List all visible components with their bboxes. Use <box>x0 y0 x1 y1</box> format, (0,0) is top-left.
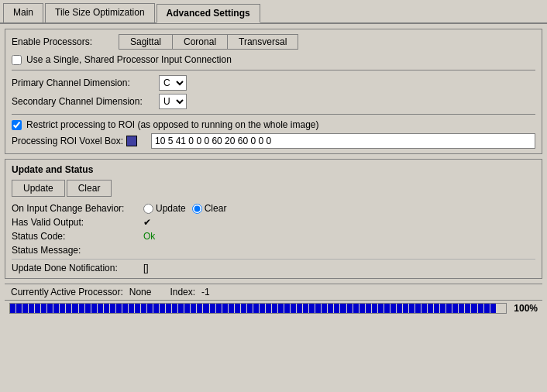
proc-tab-transversal[interactable]: Transversal <box>228 35 298 49</box>
valid-output-label: Has Valid Output: <box>12 217 143 228</box>
status-code-value: Ok <box>143 231 155 242</box>
radio-update-label: Update <box>156 203 186 214</box>
progress-bar-inner <box>10 304 496 313</box>
tab-advanced[interactable]: Advanced Settings <box>157 4 260 23</box>
status-message-label: Status Message: <box>12 245 143 256</box>
bottom-bar: Currently Active Processor: None Index: … <box>5 284 542 300</box>
update-section-title: Update and Status <box>12 164 535 175</box>
progress-bar <box>9 303 507 314</box>
radio-clear-label: Clear <box>205 203 227 214</box>
shared-processor-row: Use a Single, Shared Processor Input Con… <box>12 54 535 70</box>
active-processor-label: Currently Active Processor: <box>11 287 123 297</box>
progress-container: 100% <box>5 300 542 316</box>
update-button[interactable]: Update <box>12 180 65 197</box>
proc-tab-coronal[interactable]: Coronal <box>173 35 228 49</box>
tab-bar: Main Tile Size Optimization Advanced Set… <box>0 0 547 24</box>
secondary-channel-label: Secondary Channel Dimension: <box>12 96 159 107</box>
processor-tabs: Sagittal Coronal Transversal <box>119 34 298 50</box>
active-processor-value: None <box>129 287 152 297</box>
valid-output-row: Has Valid Output: ✔ <box>12 217 535 228</box>
update-done-value: [] <box>143 263 149 273</box>
voxel-icon <box>126 136 137 146</box>
primary-channel-select[interactable]: C U X Y Z <box>159 75 187 91</box>
update-section: Update and Status Update Clear On Input … <box>5 159 542 279</box>
valid-output-value: ✔ <box>143 217 151 228</box>
voxel-box-input[interactable] <box>151 133 535 149</box>
enable-processors-row: Enable Processors: Sagittal Coronal Tran… <box>12 34 535 50</box>
input-change-row: On Input Change Behavior: Update Clear <box>12 203 535 214</box>
enable-processors-label: Enable Processors: <box>12 36 112 47</box>
proc-tab-sagittal[interactable]: Sagittal <box>119 35 173 49</box>
radio-update: Update <box>143 203 186 214</box>
status-code-row: Status Code: Ok <box>12 231 535 242</box>
radio-update-input[interactable] <box>143 204 153 214</box>
status-message-row: Status Message: <box>12 245 535 256</box>
tab-tile[interactable]: Tile Size Optimization <box>45 3 155 22</box>
clear-button[interactable]: Clear <box>67 180 112 197</box>
shared-processor-checkbox[interactable] <box>12 55 22 65</box>
index-label: Index: <box>170 287 195 297</box>
radio-group: Update Clear <box>143 203 226 214</box>
primary-channel-label: Primary Channel Dimension: <box>12 77 159 88</box>
radio-clear: Clear <box>192 203 227 214</box>
settings-panel: Enable Processors: Sagittal Coronal Tran… <box>5 29 542 154</box>
roi-label: Restrict processing to ROI (as opposed t… <box>26 119 319 130</box>
secondary-channel-row: Secondary Channel Dimension: U C X Y Z <box>12 94 535 109</box>
secondary-channel-select[interactable]: U C X Y Z <box>159 94 187 109</box>
voxel-box-label: Processing ROI Voxel Box: <box>12 136 151 146</box>
update-done-label: Update Done Notification: <box>12 263 143 273</box>
roi-row: Restrict processing to ROI (as opposed t… <box>12 119 535 130</box>
shared-processor-label: Use a Single, Shared Processor Input Con… <box>26 54 232 65</box>
main-content: Enable Processors: Sagittal Coronal Tran… <box>0 24 547 321</box>
button-row: Update Clear <box>12 180 535 197</box>
tab-main[interactable]: Main <box>3 3 43 22</box>
primary-channel-row: Primary Channel Dimension: C U X Y Z <box>12 75 535 91</box>
voxel-row: Processing ROI Voxel Box: <box>12 133 535 149</box>
progress-label: 100% <box>510 303 538 314</box>
status-code-label: Status Code: <box>12 231 143 242</box>
index-value: -1 <box>201 287 210 297</box>
input-change-label: On Input Change Behavior: <box>12 203 143 214</box>
update-done-row: Update Done Notification: [] <box>12 259 535 273</box>
divider-1 <box>12 114 535 115</box>
radio-clear-input[interactable] <box>192 204 202 214</box>
roi-checkbox[interactable] <box>12 120 22 130</box>
